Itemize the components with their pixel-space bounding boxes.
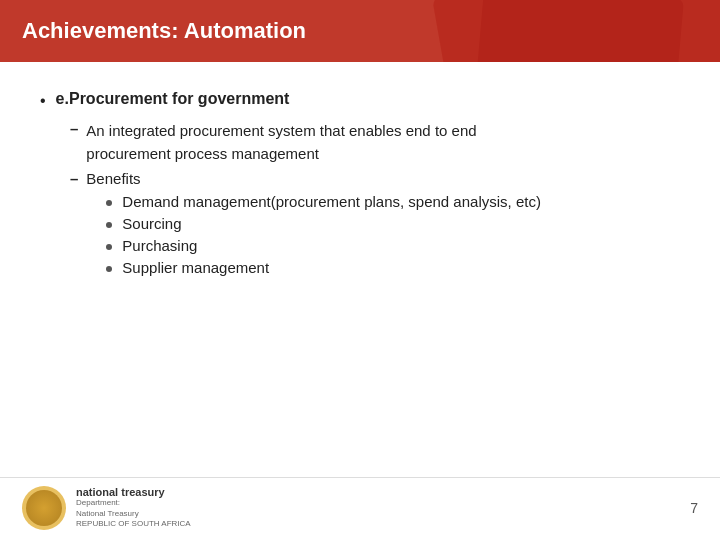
- footer-logo-area: national treasury Department: National T…: [22, 486, 191, 530]
- slide-title: Achievements: Automation: [22, 18, 306, 44]
- sub-list: – An integrated procurement system that …: [70, 120, 680, 281]
- benefit-text-sourcing: Sourcing: [122, 215, 181, 232]
- slide-header: Achievements: Automation: [0, 0, 720, 62]
- footer-org-sub1: Department:: [76, 498, 191, 508]
- benefits-block: Benefits Demand management(procurement p…: [86, 170, 541, 281]
- bullet-icon: •: [40, 92, 46, 110]
- benefit-dot-icon-3: [106, 244, 112, 250]
- logo-circle: [22, 486, 66, 530]
- benefit-dot-icon: [106, 200, 112, 206]
- footer-org-text: national treasury Department: National T…: [76, 486, 191, 529]
- footer-org-sub2: National Treasury: [76, 509, 191, 519]
- dash-icon-1: –: [70, 120, 78, 137]
- benefit-dot-icon-4: [106, 266, 112, 272]
- footer-org-sub3: REPUBLIC OF SOUTH AFRICA: [76, 519, 191, 529]
- benefit-item-purchasing: Purchasing: [106, 237, 541, 254]
- benefits-label: Benefits: [86, 170, 140, 187]
- slide: Achievements: Automation • e.Procurement…: [0, 0, 720, 540]
- benefit-item-sourcing: Sourcing: [106, 215, 541, 232]
- slide-footer: national treasury Department: National T…: [0, 477, 720, 540]
- benefit-text-purchasing: Purchasing: [122, 237, 197, 254]
- page-number: 7: [690, 500, 698, 516]
- sub-item-integrated-text: An integrated procurement system that en…: [86, 120, 476, 165]
- benefit-text-supplier: Supplier management: [122, 259, 269, 276]
- dash-icon-2: –: [70, 170, 78, 187]
- main-bullet: • e.Procurement for government: [40, 90, 680, 110]
- slide-content: • e.Procurement for government – An inte…: [0, 62, 720, 477]
- sub-item-benefits: – Benefits Demand management(procurement…: [70, 170, 680, 281]
- logo-inner: [26, 490, 62, 526]
- benefit-text-demand: Demand management(procurement plans, spe…: [122, 193, 541, 210]
- benefit-item-supplier: Supplier management: [106, 259, 541, 276]
- footer-org-name: national treasury: [76, 486, 191, 498]
- sub-item-integrated: – An integrated procurement system that …: [70, 120, 680, 165]
- benefit-item-demand: Demand management(procurement plans, spe…: [106, 193, 541, 210]
- main-bullet-text: e.Procurement for government: [56, 90, 290, 108]
- benefits-list: Demand management(procurement plans, spe…: [106, 193, 541, 276]
- benefit-dot-icon-2: [106, 222, 112, 228]
